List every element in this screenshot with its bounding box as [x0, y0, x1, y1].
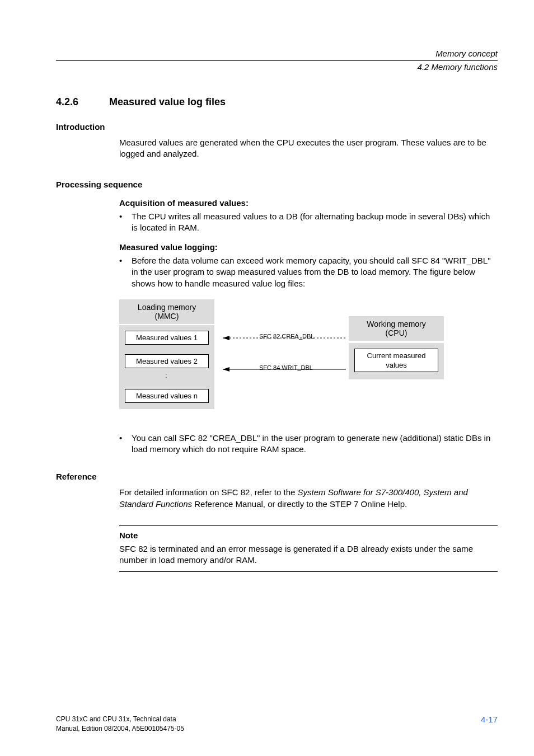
post-diagram-block: • You can call SFC 82 "CREA_DBL" in the …	[119, 433, 498, 456]
bullet-icon: •	[119, 211, 132, 234]
running-header: Memory concept 4.2 Memory functions	[56, 48, 498, 73]
current-l2: values	[386, 361, 407, 369]
chapter-title: Memory concept	[56, 48, 498, 59]
logging-bullet-text: Before the data volume can exceed work m…	[132, 255, 498, 289]
mv2-box: Measured values 2	[125, 354, 209, 368]
loading-memory-box: Loading memory (MMC)	[119, 299, 214, 324]
footer: CPU 31xC and CPU 31x, Technical data Man…	[56, 715, 498, 734]
bullet-icon: •	[119, 433, 132, 456]
section-number: 4.2.6	[56, 96, 106, 108]
footer-line2: Manual, Edition 08/2004, A5E00105475-05	[56, 725, 184, 732]
note-block: Note SFC 82 is terminated and an error m…	[119, 525, 498, 572]
logging-heading: Measured value logging:	[119, 242, 498, 252]
list-item: • Before the data volume can exceed work…	[119, 255, 498, 289]
bullet-icon: •	[119, 255, 132, 289]
intro-heading: Introduction	[56, 122, 498, 132]
page-container: Memory concept 4.2 Memory functions 4.2.…	[0, 0, 534, 756]
note-body: SFC 82 is terminated and an error messag…	[119, 543, 498, 566]
reference-text: For detailed information on SFC 82, refe…	[119, 487, 498, 510]
intro-text: Measured values are generated when the C…	[119, 137, 498, 160]
acquisition-bullet-text: The CPU writes all measured values to a …	[132, 211, 498, 234]
diagram: Loading memory (MMC) Measured values 1 M…	[119, 299, 444, 422]
list-item: • The CPU writes all measured values to …	[119, 211, 498, 234]
svg-marker-1	[223, 336, 229, 340]
svg-marker-3	[223, 367, 229, 372]
loading-memory-l2: (MMC)	[155, 312, 179, 321]
section-title: Measured value log files	[109, 96, 226, 107]
footer-page: 4-17	[481, 715, 498, 724]
current-l1: Current measured	[367, 351, 426, 360]
reference-pre: For detailed information on SFC 82, refe…	[119, 487, 298, 497]
section-heading: 4.2.6 Measured value log files	[56, 96, 498, 108]
sfc82-label: SFC 82 CREA_DBL	[259, 333, 314, 340]
logging-bullet-block: • Before the data volume can exceed work…	[119, 255, 498, 289]
list-item: • You can call SFC 82 "CREA_DBL" in the …	[119, 433, 498, 456]
sfc84-label: SFC 84 WRIT_DBL	[259, 364, 313, 371]
working-memory-l2: (CPU)	[386, 328, 407, 337]
processing-heading: Processing sequence	[56, 180, 498, 189]
loading-memory-l1: Loading memory	[138, 303, 196, 312]
working-memory-l1: Working memory	[367, 320, 426, 328]
working-memory-box: Working memory (CPU)	[349, 316, 444, 341]
footer-line1: CPU 31xC and CPU 31x, Technical data	[56, 715, 176, 723]
reference-heading: Reference	[56, 472, 498, 481]
section-title-header: 4.2 Memory functions	[56, 61, 498, 73]
note-title: Note	[119, 530, 498, 540]
mv1-box: Measured values 1	[125, 331, 209, 345]
footer-left: CPU 31xC and CPU 31x, Technical data Man…	[56, 715, 184, 734]
mvn-box: Measured values n	[125, 389, 209, 403]
current-values-box: Current measured values	[354, 349, 438, 372]
colon-label: :	[165, 371, 167, 379]
acquisition-heading: Acquisition of measured values:	[119, 198, 498, 208]
post-diagram-bullet-text: You can call SFC 82 "CREA_DBL" in the us…	[132, 433, 498, 456]
reference-post: Reference Manual, or directly to the STE…	[192, 499, 407, 509]
acquisition-bullet-block: • The CPU writes all measured values to …	[119, 211, 498, 234]
